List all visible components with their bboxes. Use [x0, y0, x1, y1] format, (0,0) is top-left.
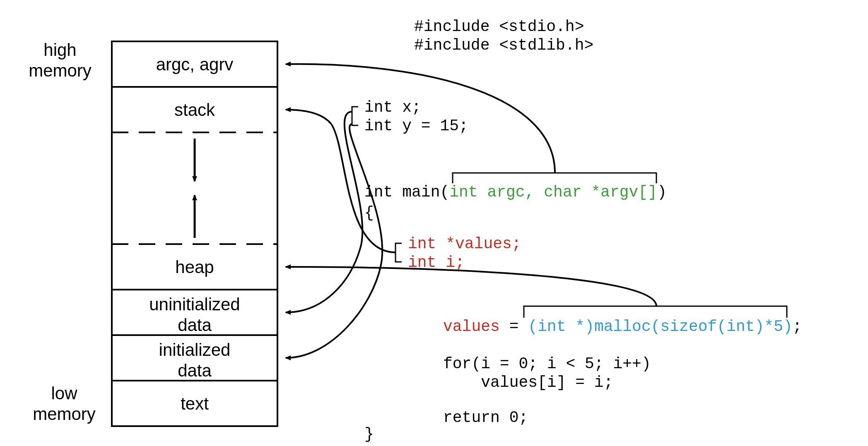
bracket-globals-icon — [352, 107, 358, 125]
segment-argcargv: argc, agrv — [156, 55, 234, 74]
segment-uninit-2: data — [178, 315, 212, 335]
segment-heap: heap — [175, 257, 214, 277]
segment-stack: stack — [174, 100, 215, 120]
code-main-decl: int main(int argc, char *argv[]) — [364, 183, 667, 201]
segment-init-1: initialized — [159, 340, 231, 360]
code-include-1: #include <stdio.h> — [414, 18, 584, 36]
code-int-x: int x; — [364, 98, 421, 116]
label-low-memory-1: low — [51, 384, 77, 403]
segment-uninit-1: uninitialized — [149, 295, 240, 314]
label-high-memory-2: memory — [29, 61, 92, 80]
arrow-malloc-heap-icon — [286, 267, 656, 306]
segment-text: text — [181, 394, 209, 413]
code-include-2: #include <stdlib.h> — [414, 36, 593, 54]
arrow-uninit-icon — [286, 112, 362, 312]
bracket-main-args-icon — [453, 173, 656, 183]
segment-init-2: data — [178, 361, 212, 380]
code-return: return 0; — [443, 409, 528, 427]
bracket-locals-icon — [395, 243, 402, 262]
code-int-values: int *values; — [408, 235, 521, 253]
code-malloc-line: values = (int *)malloc(sizeof(int)*5); — [443, 318, 802, 336]
code-brace-open: { — [364, 204, 374, 222]
code-brace-close: } — [364, 425, 374, 443]
code-int-y: int y = 15; — [364, 117, 468, 135]
label-high-memory-1: high — [43, 40, 76, 60]
bracket-malloc-icon — [524, 306, 787, 318]
label-low-memory-2: memory — [33, 404, 96, 424]
code-for: for(i = 0; i < 5; i++) — [443, 355, 651, 373]
code-block: #include <stdio.h> #include <stdlib.h> i… — [364, 18, 802, 443]
arrow-init-icon — [286, 124, 382, 358]
code-assign: values[i] = i; — [443, 374, 613, 391]
